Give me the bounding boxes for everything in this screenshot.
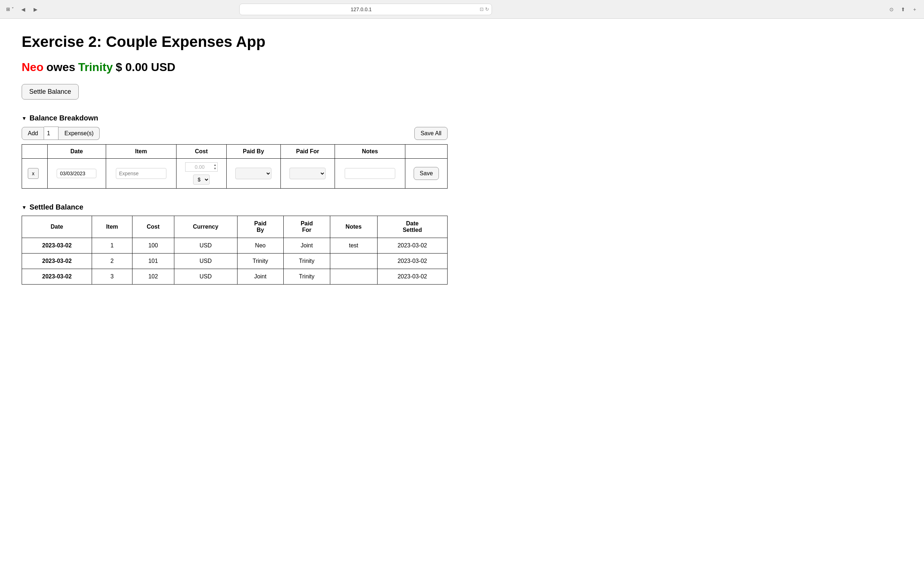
cost-cell: ▲ ▼ $ € £ — [176, 159, 226, 189]
cost-down-button[interactable]: ▼ — [213, 167, 217, 171]
person2-name: Trinity — [78, 61, 113, 74]
settled-date-settled: 2023-03-02 — [377, 253, 447, 269]
share-button[interactable]: ⬆ — [898, 4, 908, 15]
settled-cost: 102 — [132, 269, 174, 285]
settled-date: 2023-03-02 — [22, 269, 92, 285]
settled-col-cost: Cost — [132, 216, 174, 238]
delete-row-button[interactable]: x — [28, 168, 39, 179]
settled-item: 3 — [92, 269, 132, 285]
quantity-input[interactable] — [44, 127, 58, 140]
cost-input[interactable] — [185, 162, 218, 172]
reload-icon[interactable]: ↻ — [485, 6, 489, 12]
settled-table-row: 2023-03-02 3 102 USD Joint Trinity 2023-… — [22, 269, 447, 285]
settled-cost: 101 — [132, 253, 174, 269]
page-title: Exercise 2: Couple Expenses App — [22, 33, 447, 50]
cost-up-button[interactable]: ▲ — [213, 163, 217, 167]
sidebar-toggle-button[interactable]: ⊞ ˅ — [4, 4, 16, 15]
settled-currency: USD — [174, 269, 237, 285]
col-delete — [22, 145, 48, 159]
settled-balance-section: ▼ Settled Balance Date Item Cost Currenc… — [22, 203, 447, 285]
settled-cost: 100 — [132, 238, 174, 253]
row-save-button[interactable]: Save — [414, 167, 439, 180]
save-cell: Save — [405, 159, 447, 189]
settled-col-date: Date — [22, 216, 92, 238]
settled-paid-by: Trinity — [237, 253, 284, 269]
settled-toggle-icon[interactable]: ▼ — [22, 205, 27, 210]
settled-item: 1 — [92, 238, 132, 253]
paid-for-select[interactable]: Joint Neo Trinity — [289, 168, 326, 179]
settled-balance-header: ▼ Settled Balance — [22, 203, 447, 211]
paid-by-select[interactable]: Neo Trinity — [235, 168, 271, 179]
col-paid-for: Paid For — [281, 145, 334, 159]
settled-date: 2023-03-02 — [22, 253, 92, 269]
settled-paid-by: Joint — [237, 269, 284, 285]
currency-select[interactable]: $ € £ — [193, 174, 210, 185]
page-content: Exercise 2: Couple Expenses App Neo owes… — [0, 19, 469, 306]
balance-verb: owes — [46, 61, 75, 74]
paid-by-cell: Neo Trinity — [226, 159, 281, 189]
settled-paid-for: Joint — [284, 238, 330, 253]
reader-mode-icon: ⊡ — [480, 6, 484, 12]
balance-table-header-row: Date Item Cost Paid By Paid For Notes — [22, 145, 447, 159]
address-bar[interactable] — [239, 3, 492, 15]
settled-col-item: Item — [92, 216, 132, 238]
add-expense-controls: Add Expense(s) — [22, 127, 100, 140]
delete-cell: x — [22, 159, 48, 189]
date-input[interactable] — [57, 169, 96, 178]
back-button[interactable]: ◀ — [18, 4, 28, 15]
col-date: Date — [48, 145, 106, 159]
expense-entry-row: x ▲ ▼ — [22, 159, 447, 189]
balance-breakdown-table: Date Item Cost Paid By Paid For Notes x — [22, 144, 447, 189]
settled-title: Settled Balance — [30, 203, 83, 211]
settled-col-date-settled: DateSettled — [377, 216, 447, 238]
settled-item: 2 — [92, 253, 132, 269]
settled-paid-by: Neo — [237, 238, 284, 253]
address-bar-container: ⊡ ↻ — [239, 3, 492, 15]
breakdown-title: Balance Breakdown — [30, 114, 98, 122]
settled-table-header-row: Date Item Cost Currency PaidBy PaidFor N… — [22, 216, 447, 238]
browser-right-controls: ⊙ ⬆ + — [887, 4, 920, 15]
settled-currency: USD — [174, 253, 237, 269]
cost-cell-container: ▲ ▼ $ € £ — [182, 162, 221, 185]
settled-paid-for: Trinity — [284, 253, 330, 269]
settled-date: 2023-03-02 — [22, 238, 92, 253]
cost-input-wrapper: ▲ ▼ — [185, 162, 218, 172]
col-item: Item — [106, 145, 176, 159]
settled-balance-table: Date Item Cost Currency PaidBy PaidFor N… — [22, 216, 447, 285]
settle-balance-button[interactable]: Settle Balance — [22, 84, 79, 100]
paid-for-cell: Joint Neo Trinity — [281, 159, 334, 189]
settled-col-paid-for: PaidFor — [284, 216, 330, 238]
expense-label-button[interactable]: Expense(s) — [58, 127, 100, 140]
notes-cell — [334, 159, 405, 189]
date-cell — [48, 159, 106, 189]
settled-notes: test — [330, 238, 377, 253]
settled-notes — [330, 269, 377, 285]
balance-amount: $ 0.00 USD — [116, 61, 175, 74]
notes-input[interactable] — [345, 168, 395, 179]
new-tab-button[interactable]: + — [909, 4, 920, 15]
item-cell — [106, 159, 176, 189]
item-input[interactable] — [116, 168, 166, 179]
browser-controls: ⊞ ˅ ◀ ▶ — [4, 4, 40, 15]
download-button[interactable]: ⊙ — [887, 4, 897, 15]
breakdown-toggle-icon[interactable]: ▼ — [22, 115, 27, 121]
address-bar-wrapper: ⊡ ↻ — [239, 3, 492, 15]
balance-breakdown-header: ▼ Balance Breakdown — [22, 114, 447, 122]
settled-col-paid-by: PaidBy — [237, 216, 284, 238]
forward-button[interactable]: ▶ — [30, 4, 40, 15]
balance-statement: Neo owes Trinity $ 0.00 USD — [22, 61, 447, 74]
save-all-button[interactable]: Save All — [414, 127, 447, 140]
col-paid-by: Paid By — [226, 145, 281, 159]
col-notes: Notes — [334, 145, 405, 159]
settled-date-settled: 2023-03-02 — [377, 269, 447, 285]
add-expense-row: Add Expense(s) Save All — [22, 127, 447, 140]
browser-chrome: ⊞ ˅ ◀ ▶ ⊡ ↻ ⊙ ⬆ + — [0, 0, 924, 19]
col-save — [405, 145, 447, 159]
add-button[interactable]: Add — [22, 127, 44, 140]
person1-name: Neo — [22, 61, 43, 74]
settled-table-row: 2023-03-02 2 101 USD Trinity Trinity 202… — [22, 253, 447, 269]
settled-col-notes: Notes — [330, 216, 377, 238]
address-bar-icons: ⊡ ↻ — [480, 6, 489, 12]
col-cost: Cost — [176, 145, 226, 159]
settled-currency: USD — [174, 238, 237, 253]
